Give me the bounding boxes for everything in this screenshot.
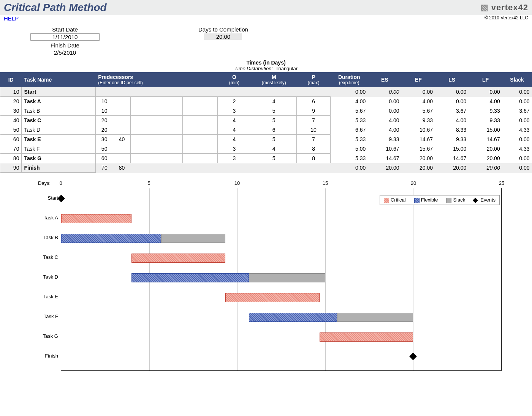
cell-m[interactable]: 5	[251, 154, 297, 163]
cell-p[interactable]: 7	[297, 116, 330, 125]
cell-o[interactable]: 2	[217, 97, 251, 106]
cell-pred[interactable]	[183, 135, 200, 144]
start-date-input[interactable]: 1/11/2010	[30, 33, 100, 41]
cell-pred[interactable]	[130, 116, 148, 125]
cell-o[interactable]: 4	[217, 116, 251, 125]
cell-pred[interactable]	[113, 87, 131, 97]
cell-pred[interactable]	[113, 106, 131, 116]
cell-id[interactable]: 30	[0, 106, 22, 116]
cell-pred[interactable]: 70	[96, 163, 113, 173]
cell-pred[interactable]	[113, 116, 131, 125]
cell-pred[interactable]: 10	[96, 106, 113, 116]
cell-p[interactable]: 8	[297, 144, 330, 154]
cell-pred[interactable]	[165, 125, 183, 135]
cell-pred[interactable]	[148, 106, 165, 116]
cell-pred[interactable]	[183, 116, 200, 125]
cell-pred[interactable]: 10	[96, 97, 113, 106]
cell-pred[interactable]	[130, 87, 148, 97]
cell-pred[interactable]	[183, 106, 200, 116]
cell-taskname[interactable]: Task B	[22, 106, 96, 116]
cell-pred[interactable]	[200, 106, 217, 116]
cell-pred[interactable]	[148, 116, 165, 125]
cell-o[interactable]	[217, 87, 251, 97]
help-link[interactable]: HELP	[4, 15, 19, 22]
cell-taskname[interactable]: Start	[22, 87, 96, 97]
cell-pred[interactable]	[113, 97, 131, 106]
cell-pred[interactable]	[130, 154, 148, 163]
cell-taskname[interactable]: Finish	[22, 163, 96, 173]
cell-pred[interactable]	[130, 144, 148, 154]
cell-p[interactable]: 8	[297, 154, 330, 163]
cell-pred[interactable]	[130, 97, 148, 106]
cell-o[interactable]: 4	[217, 125, 251, 135]
cell-pred[interactable]	[165, 116, 183, 125]
cell-pred[interactable]	[96, 87, 113, 97]
cell-taskname[interactable]: Task E	[22, 135, 96, 144]
cell-m[interactable]: 5	[251, 135, 297, 144]
cell-pred[interactable]	[130, 163, 148, 173]
cell-o[interactable]: 3	[217, 144, 251, 154]
cell-m[interactable]: 5	[251, 116, 297, 125]
cell-pred[interactable]	[183, 144, 200, 154]
cell-pred[interactable]	[148, 125, 165, 135]
cell-pred[interactable]	[165, 144, 183, 154]
cell-taskname[interactable]: Task C	[22, 116, 96, 125]
cell-o[interactable]: 3	[217, 154, 251, 163]
cell-m[interactable]	[251, 163, 297, 173]
cell-pred[interactable]: 40	[113, 135, 131, 144]
cell-pred[interactable]	[183, 125, 200, 135]
cell-pred[interactable]: 30	[96, 135, 113, 144]
cell-pred[interactable]	[200, 154, 217, 163]
cell-id[interactable]: 70	[0, 144, 22, 154]
cell-pred[interactable]	[113, 154, 131, 163]
cell-taskname[interactable]: Task A	[22, 97, 96, 106]
cell-pred[interactable]	[200, 116, 217, 125]
cell-pred[interactable]	[113, 144, 131, 154]
cell-pred[interactable]	[165, 97, 183, 106]
cell-pred[interactable]	[200, 125, 217, 135]
cell-pred[interactable]	[200, 163, 217, 173]
cell-taskname[interactable]: Task D	[22, 125, 96, 135]
cell-id[interactable]: 20	[0, 97, 22, 106]
cell-pred[interactable]: 50	[96, 144, 113, 154]
cell-p[interactable]	[297, 163, 330, 173]
cell-pred[interactable]	[165, 87, 183, 97]
cell-taskname[interactable]: Task G	[22, 154, 96, 163]
cell-pred[interactable]	[148, 97, 165, 106]
cell-pred[interactable]	[183, 97, 200, 106]
cell-pred[interactable]	[130, 135, 148, 144]
cell-p[interactable]: 6	[297, 97, 330, 106]
cell-m[interactable]: 4	[251, 144, 297, 154]
cell-pred[interactable]	[165, 154, 183, 163]
cell-pred[interactable]	[113, 125, 131, 135]
cell-id[interactable]: 50	[0, 125, 22, 135]
cell-pred[interactable]	[148, 135, 165, 144]
cell-o[interactable]: 4	[217, 135, 251, 144]
cell-taskname[interactable]: Task F	[22, 144, 96, 154]
cell-pred[interactable]	[148, 154, 165, 163]
cell-m[interactable]: 5	[251, 106, 297, 116]
cell-id[interactable]: 10	[0, 87, 22, 97]
cell-id[interactable]: 90	[0, 163, 22, 173]
cell-pred[interactable]	[130, 106, 148, 116]
cell-m[interactable]	[251, 87, 297, 97]
cell-p[interactable]	[297, 87, 330, 97]
cell-id[interactable]: 60	[0, 135, 22, 144]
cell-pred[interactable]: 20	[96, 116, 113, 125]
cell-id[interactable]: 40	[0, 116, 22, 125]
cell-pred[interactable]	[200, 144, 217, 154]
cell-pred[interactable]	[148, 163, 165, 173]
cell-pred[interactable]	[200, 135, 217, 144]
cell-pred[interactable]	[165, 135, 183, 144]
cell-o[interactable]	[217, 163, 251, 173]
cell-pred[interactable]	[183, 163, 200, 173]
cell-p[interactable]: 9	[297, 106, 330, 116]
cell-pred[interactable]	[130, 125, 148, 135]
cell-pred[interactable]	[148, 144, 165, 154]
cell-pred[interactable]	[165, 163, 183, 173]
cell-pred[interactable]: 80	[113, 163, 131, 173]
cell-pred[interactable]	[200, 87, 217, 97]
cell-pred[interactable]: 20	[96, 125, 113, 135]
cell-pred[interactable]	[148, 87, 165, 97]
cell-pred[interactable]	[165, 106, 183, 116]
